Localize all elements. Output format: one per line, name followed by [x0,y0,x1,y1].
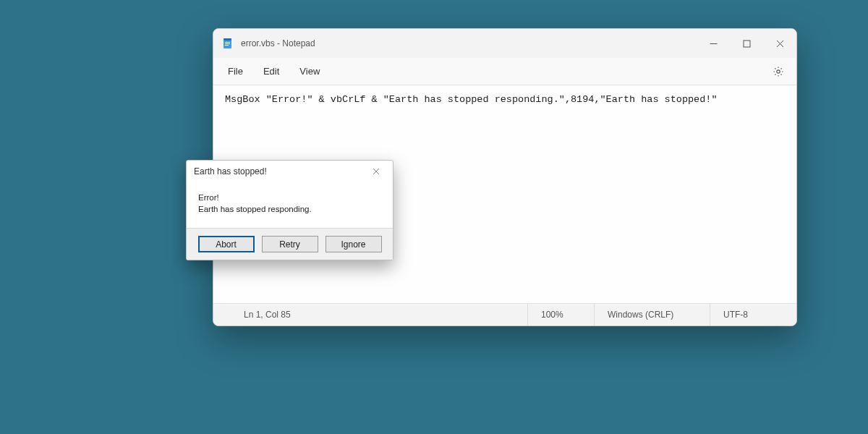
svg-rect-1 [224,38,231,41]
menubar: File Edit View [213,58,796,85]
minimize-button[interactable] [697,29,730,58]
statusbar: Ln 1, Col 85 100% Windows (CRLF) UTF-8 [213,304,796,326]
notepad-icon [222,38,234,49]
svg-point-9 [777,69,780,72]
dialog-titlebar[interactable]: Earth has stopped! [187,161,393,182]
titlebar[interactable]: error.vbs - Notepad [213,29,796,58]
window-controls [697,29,796,58]
dialog-close-button[interactable] [367,163,386,180]
svg-rect-2 [225,42,230,43]
messagebox-dialog: Earth has stopped! Error! Earth has stop… [186,160,393,260]
menu-edit[interactable]: Edit [256,61,286,81]
status-line-ending: Windows (CRLF) [594,304,710,326]
svg-rect-6 [744,41,750,47]
retry-button[interactable]: Retry [262,236,318,252]
dialog-button-row: Abort Retry Ignore [187,228,393,260]
dialog-title: Earth has stopped! [194,166,267,176]
close-button[interactable] [763,29,796,58]
gear-icon[interactable] [767,61,789,82]
abort-button[interactable]: Abort [198,236,255,252]
window-title: error.vbs - Notepad [241,38,315,48]
dialog-body: Error! Earth has stopped responding. [187,182,393,228]
svg-rect-3 [225,43,230,44]
status-cursor: Ln 1, Col 85 [244,304,304,326]
status-zoom[interactable]: 100% [527,304,594,326]
dialog-message-line2: Earth has stopped responding. [198,204,381,216]
menu-file[interactable]: File [221,61,250,81]
maximize-button[interactable] [730,29,763,58]
status-encoding: UTF-8 [710,304,796,326]
dialog-message-line1: Error! [198,192,381,204]
ignore-button[interactable]: Ignore [326,236,382,252]
svg-rect-4 [225,45,229,46]
menu-view[interactable]: View [292,61,327,81]
